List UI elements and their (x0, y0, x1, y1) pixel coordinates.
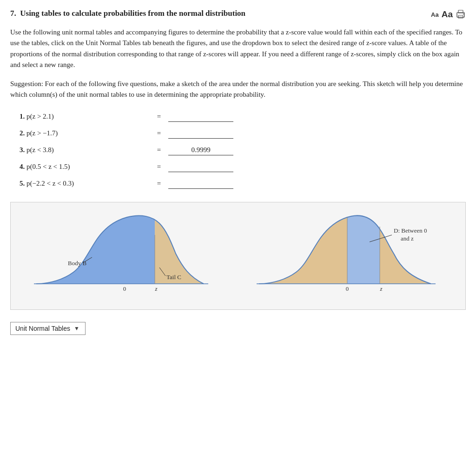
right-bell-curve-svg: 0 z D: Between 0 and z (250, 207, 450, 295)
left-bell-curve-svg: 0 z Body B Tail C (27, 207, 227, 295)
question-4-label: 4. p(0.5 < z < 1.5) (20, 163, 150, 171)
answer-1[interactable] (168, 112, 233, 122)
page-title: 7. Using tables to calculate probabiliti… (10, 8, 245, 19)
svg-rect-3 (463, 13, 464, 14)
question-row: 5. p(−2.2 < z < 0.3) = (20, 179, 466, 189)
question-1-label: 1. p(z > 2.1) (20, 113, 150, 120)
question-row: 2. p(z > −1.7) = (20, 128, 466, 139)
printer-svg (456, 9, 466, 20)
answer-5[interactable] (168, 179, 233, 189)
bottom-section: Unit Normal Tables ▼ (10, 310, 466, 335)
dropdown-arrow-icon: ▼ (74, 325, 79, 332)
font-controls: Aa Aa (431, 8, 466, 20)
question-row: 3. p(z < 3.8) = 0.9999 (20, 145, 466, 155)
intro-paragraph-1: Use the following unit normal tables and… (10, 27, 466, 70)
unit-normal-tab-label: Unit Normal Tables (15, 325, 70, 332)
question-row: 1. p(z > 2.1) = (20, 112, 466, 122)
svg-text:Body B: Body B (68, 260, 86, 267)
figure-left: 0 z Body B Tail C (15, 207, 238, 295)
equals-2: = (150, 129, 168, 137)
equals-1: = (150, 113, 168, 120)
questions-section: 1. p(z > 2.1) = 2. p(z > −1.7) = 3. p(z … (10, 112, 466, 189)
question-row: 4. p(0.5 < z < 1.5) = (20, 162, 466, 172)
svg-rect-1 (458, 15, 463, 18)
answer-2[interactable] (168, 128, 233, 139)
svg-text:D: Between 0: D: Between 0 (394, 227, 427, 234)
intro-paragraph-2: Suggestion: For each of the following fi… (10, 79, 466, 100)
unit-normal-tables-button[interactable]: Unit Normal Tables ▼ (10, 322, 86, 335)
figure-right: 0 z D: Between 0 and z (238, 207, 461, 295)
equals-3: = (150, 146, 168, 154)
equals-4: = (150, 163, 168, 171)
font-large-button[interactable]: Aa (442, 9, 453, 20)
svg-text:and z: and z (401, 235, 414, 242)
print-icon[interactable] (456, 9, 466, 20)
answer-4[interactable] (168, 162, 233, 172)
svg-text:z: z (379, 285, 382, 292)
question-5-label: 5. p(−2.2 < z < 0.3) (20, 180, 150, 187)
svg-text:z: z (154, 285, 157, 292)
svg-text:0: 0 (345, 285, 349, 292)
equals-5: = (150, 180, 168, 187)
figures-section: 0 z Body B Tail C (10, 202, 466, 310)
svg-text:0: 0 (123, 285, 126, 292)
svg-text:Tail C: Tail C (166, 274, 181, 281)
answer-3[interactable]: 0.9999 (168, 145, 233, 155)
question-3-label: 3. p(z < 3.8) (20, 146, 150, 154)
font-small-button[interactable]: Aa (431, 11, 439, 18)
question-2-label: 2. p(z > −1.7) (20, 129, 150, 137)
page-header: 7. Using tables to calculate probabiliti… (10, 8, 466, 20)
